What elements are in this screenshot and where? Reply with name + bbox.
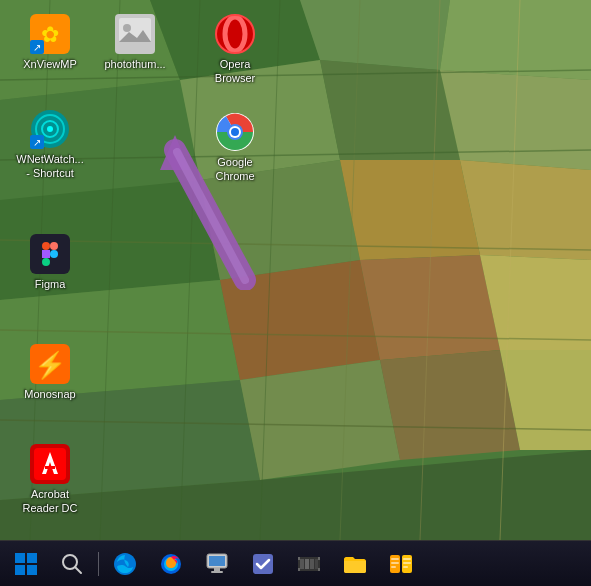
- svg-point-54: [231, 128, 239, 136]
- svg-rect-80: [209, 556, 225, 566]
- svg-rect-58: [42, 250, 50, 258]
- wnetwatch-label: WNetWatch...- Shortcut: [16, 152, 83, 181]
- yellow-folder-icon: [342, 551, 368, 577]
- svg-text:⚡: ⚡: [34, 349, 67, 381]
- filmstrip-taskbar-button[interactable]: [287, 544, 331, 584]
- monosnap-icon-img: ⚡: [30, 344, 70, 384]
- taskbar: [0, 540, 591, 586]
- chrome-label: GoogleChrome: [215, 155, 254, 184]
- acrobat-icon-img: [30, 444, 70, 484]
- wnetwatch-icon-img: ↗: [30, 109, 70, 149]
- svg-rect-59: [50, 250, 58, 258]
- svg-rect-96: [391, 562, 399, 564]
- yellow-folder-taskbar-button[interactable]: [333, 544, 377, 584]
- svg-rect-95: [391, 558, 399, 560]
- google-chrome-icon[interactable]: GoogleChrome: [195, 108, 275, 188]
- svg-rect-56: [42, 242, 50, 250]
- edge-taskbar-button[interactable]: [103, 544, 147, 584]
- taskbar-separator-1: [98, 552, 99, 576]
- edge-icon: [112, 551, 138, 577]
- desktop-icons-container: ✿ ↗ XnViewMP photothum... Op: [0, 0, 591, 540]
- svg-rect-82: [211, 571, 223, 573]
- monosnap-icon[interactable]: ⚡ Monosnap: [10, 340, 90, 405]
- svg-rect-92: [318, 568, 320, 571]
- svg-point-48: [47, 126, 53, 132]
- file-explorer-taskbar-button[interactable]: [195, 544, 239, 584]
- photothumb-icon[interactable]: photothum...: [95, 10, 175, 75]
- file-manager-icon: [388, 551, 414, 577]
- figma-label: Figma: [35, 277, 66, 291]
- svg-rect-100: [403, 566, 408, 568]
- svg-rect-66: [45, 466, 55, 469]
- svg-rect-97: [391, 566, 396, 568]
- svg-line-76: [75, 567, 81, 573]
- acrobat-label: AcrobatReader DC: [22, 487, 77, 516]
- checklist-icon: [250, 551, 276, 577]
- file-manager-taskbar-button[interactable]: [379, 544, 423, 584]
- monosnap-label: Monosnap: [24, 387, 75, 401]
- search-button[interactable]: [50, 544, 94, 584]
- svg-rect-90: [298, 568, 300, 571]
- start-button[interactable]: [4, 544, 48, 584]
- acrobat-icon[interactable]: AcrobatReader DC: [10, 440, 90, 520]
- opera-icon-img: [215, 14, 255, 54]
- checklist-taskbar-button[interactable]: [241, 544, 285, 584]
- svg-rect-86: [305, 559, 309, 569]
- svg-rect-88: [315, 559, 318, 569]
- figma-icon[interactable]: Figma: [10, 230, 90, 295]
- windows-icon: [15, 553, 37, 575]
- svg-rect-74: [27, 565, 37, 575]
- figma-icon-img: [30, 234, 70, 274]
- wnetwatch-icon[interactable]: ↗ WNetWatch...- Shortcut: [10, 105, 90, 185]
- search-icon: [61, 553, 83, 575]
- svg-rect-87: [310, 559, 314, 569]
- svg-rect-91: [318, 557, 320, 560]
- xnviewmp-icon[interactable]: ✿ ↗ XnViewMP: [10, 10, 90, 75]
- svg-text:↗: ↗: [33, 137, 41, 148]
- monitor-icon: [204, 551, 230, 577]
- svg-rect-57: [50, 242, 58, 250]
- svg-rect-99: [403, 562, 411, 564]
- chrome-icon-img: [215, 112, 255, 152]
- svg-rect-71: [15, 553, 25, 563]
- filmstrip-icon: [296, 551, 322, 577]
- svg-rect-85: [300, 559, 304, 569]
- xnviewmp-icon-img: ✿ ↗: [30, 14, 70, 54]
- svg-point-40: [123, 24, 131, 32]
- photothumb-label: photothum...: [104, 57, 165, 71]
- firefox-taskbar-button[interactable]: [149, 544, 193, 584]
- svg-rect-60: [42, 258, 50, 266]
- opera-browser-icon[interactable]: OperaBrowser: [195, 10, 275, 90]
- photothumb-icon-img: [115, 14, 155, 54]
- opera-label: OperaBrowser: [215, 57, 255, 86]
- svg-rect-72: [27, 553, 37, 563]
- svg-rect-98: [403, 558, 411, 560]
- xnviewmp-label: XnViewMP: [23, 57, 77, 71]
- svg-rect-89: [298, 557, 300, 560]
- svg-rect-81: [214, 568, 220, 571]
- firefox-icon: [158, 551, 184, 577]
- svg-text:↗: ↗: [33, 42, 41, 53]
- svg-rect-73: [15, 565, 25, 575]
